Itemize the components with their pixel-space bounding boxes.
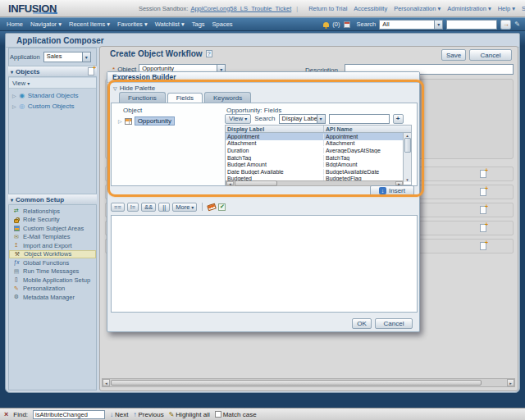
dialog-cancel-button[interactable]: Cancel	[375, 318, 413, 329]
ok-button[interactable]: OK	[352, 318, 372, 329]
scroll-left-icon[interactable]: ◂	[226, 181, 234, 185]
fields-table-vscrollbar[interactable]: ▴ ▾	[403, 133, 411, 182]
nav-item-watchlist[interactable]: Watchlist ▾	[155, 21, 185, 28]
operator-button-%26%26[interactable]: &&	[141, 203, 156, 212]
nav-item-navigator[interactable]: Navigator ▾	[30, 21, 62, 28]
insert-button[interactable]: ↓ Insert	[370, 185, 414, 196]
validate-expression-icon[interactable]: ✔	[218, 203, 226, 211]
column-header-api-name[interactable]: API Name	[324, 126, 411, 132]
sidebar-item-import-and-export[interactable]: ↥Import and Export	[9, 241, 96, 250]
tree-expand-icon[interactable]: ▷	[12, 93, 16, 98]
table-row[interactable]: Date Budget AvailableBudgetAvailableDate	[226, 168, 404, 176]
erase-expression-icon[interactable]	[208, 203, 217, 211]
global-link-personalization[interactable]: Personalization ▾	[394, 5, 441, 12]
match-case-option[interactable]: Match case	[215, 411, 257, 418]
nav-item-home[interactable]: Home	[7, 21, 23, 28]
new-object-icon[interactable]	[88, 67, 94, 75]
cell-api-name: BdgtAmount	[324, 162, 404, 167]
global-search-input[interactable]	[446, 20, 497, 30]
sidebar-item-object-workflows[interactable]: ⚒Object Workflows	[9, 250, 96, 259]
nav-item-spaces[interactable]: Spaces	[212, 21, 233, 28]
sidebar-item-relationships[interactable]: ⇄Relationships	[9, 207, 96, 216]
tree-expand-icon[interactable]: ▷	[118, 118, 122, 124]
advanced-search-icon[interactable]: ✎	[514, 21, 520, 28]
new-row-icon[interactable]	[480, 242, 486, 250]
global-link-help[interactable]: Help ▾	[498, 5, 515, 12]
chevron-down-icon: ▾	[82, 52, 90, 62]
tab-keywords[interactable]: Keywords	[204, 92, 251, 103]
tab-fields[interactable]: Fields	[167, 93, 203, 103]
objects-view-menubar[interactable]: View ▾	[9, 78, 96, 89]
sidebar-item-custom-subject-areas[interactable]: Custom Subject Areas	[9, 224, 96, 233]
global-link-accessibility[interactable]: Accessibility	[354, 5, 387, 12]
scroll-right-icon[interactable]: ▸	[507, 379, 514, 386]
nav-item-tags[interactable]: Tags	[192, 21, 205, 28]
sidebar-item-global-functions[interactable]: ƒxGlobal Functions	[9, 258, 96, 267]
column-header-display-label[interactable]: Display Label	[226, 126, 324, 132]
expression-textarea[interactable]	[111, 215, 418, 313]
watchlist-grid-icon[interactable]	[344, 21, 350, 28]
table-row[interactable]: AppointmentAppointment	[226, 133, 404, 140]
operator-button-!%3D[interactable]: !=	[127, 203, 139, 212]
notifications-bell-icon[interactable]	[323, 22, 329, 27]
find-input[interactable]	[33, 410, 105, 419]
dialog-title: Expression Builder	[112, 73, 176, 81]
dialog-titlebar[interactable]: Expression Builder	[107, 72, 419, 83]
tree-item-custom-objects[interactable]: ▷◎Custom Objects	[9, 101, 96, 112]
tree-expand-icon[interactable]: ▷	[12, 103, 16, 109]
table-row[interactable]: AttachmentAttachment	[226, 140, 404, 148]
operator-button-%7C%7C[interactable]: ||	[158, 203, 170, 212]
tab-functions[interactable]: Functions	[119, 92, 166, 103]
nav-item-favorites[interactable]: Favorites ▾	[117, 21, 148, 28]
search-go-button[interactable]: →	[500, 20, 511, 30]
cell-api-name: Appointment	[324, 134, 404, 139]
cell-api-name: AverageDaysAtStage	[324, 148, 404, 153]
table-row[interactable]: BatchTagBatchTag	[226, 154, 404, 162]
session-sandbox-link[interactable]: ApplCoreLong58_LS_Trouble_Ticket	[190, 5, 291, 12]
sidebar-item-metadata-manager[interactable]: ⚙Metadata Manager	[9, 293, 96, 302]
nav-item-recent-items[interactable]: Recent Items ▾	[69, 21, 110, 28]
tree-node-opportunity[interactable]: ▷ Opportunity	[118, 116, 175, 126]
global-link-sign-out[interactable]: Sign Out	[522, 5, 525, 12]
operator-button-%3D%3D[interactable]: ==	[111, 203, 125, 212]
search-scope-select[interactable]: All ▾	[379, 20, 443, 30]
help-icon[interactable]: ?	[206, 50, 212, 57]
find-next-button[interactable]: ↓ Next	[110, 411, 128, 418]
table-row[interactable]: DurationAverageDaysAtStage	[226, 147, 404, 154]
palette-body: Object ▷ Opportunity Opportunity: Fields…	[111, 103, 418, 186]
scroll-left-icon[interactable]: ◂	[103, 379, 110, 386]
objects-section-header[interactable]: ▾ Objects	[8, 66, 97, 77]
search-by-select[interactable]: Display Label ▾	[279, 114, 326, 124]
hide-palette-toggle[interactable]: ▽ Hide Palette	[113, 84, 155, 92]
main-hscrollbar[interactable]: ◂ ▸	[102, 378, 515, 387]
match-case-checkbox[interactable]	[215, 411, 221, 418]
view-menu-button[interactable]: View ▾	[225, 114, 251, 124]
cancel-button[interactable]: Cancel	[469, 49, 512, 61]
global-link-return-to-trial[interactable]: Return to Trial	[308, 5, 347, 12]
field-search-input[interactable]	[329, 114, 390, 124]
sidebar-item-run-time-messages[interactable]: ▤Run Time Messages	[9, 267, 96, 276]
find-previous-button[interactable]: ↑ Previous	[134, 411, 164, 418]
scrollbar-thumb[interactable]	[111, 380, 482, 386]
scroll-down-icon[interactable]: ▾	[406, 177, 409, 182]
sidebar-item-e-mail-templates[interactable]: ✉E-Mail Templates	[9, 233, 96, 242]
sidebar-item-role-security[interactable]: Role Security	[9, 216, 96, 225]
global-link-administration[interactable]: Administration ▾	[447, 5, 491, 12]
table-row[interactable]: Budget AmountBdgtAmount	[226, 161, 404, 168]
highlight-all-button[interactable]: ✎ Highlight all	[169, 411, 210, 418]
sidebar-item-personalization[interactable]: ✎Personalization	[9, 285, 96, 294]
tree-item-standard-objects[interactable]: ▷◉Standard Objects	[9, 90, 96, 101]
new-row-icon[interactable]	[480, 206, 486, 214]
search-go-button[interactable]: +	[393, 114, 404, 124]
save-button[interactable]: Save	[441, 49, 466, 61]
scrollbar-thumb[interactable]	[235, 180, 277, 186]
application-select[interactable]: Sales ▾	[43, 52, 91, 62]
scrollbar-thumb[interactable]	[404, 138, 411, 153]
new-row-icon[interactable]	[480, 188, 486, 196]
more-operators-button[interactable]: More ▾	[172, 203, 197, 212]
common-setup-section-header[interactable]: ▾ Common Setup	[8, 194, 97, 205]
sidebar-item-mobile-application-setup[interactable]: ▯Mobile Application Setup	[9, 276, 96, 285]
new-row-icon[interactable]	[480, 170, 486, 178]
new-row-icon[interactable]	[480, 224, 486, 232]
find-close-button[interactable]: ×	[4, 410, 8, 418]
